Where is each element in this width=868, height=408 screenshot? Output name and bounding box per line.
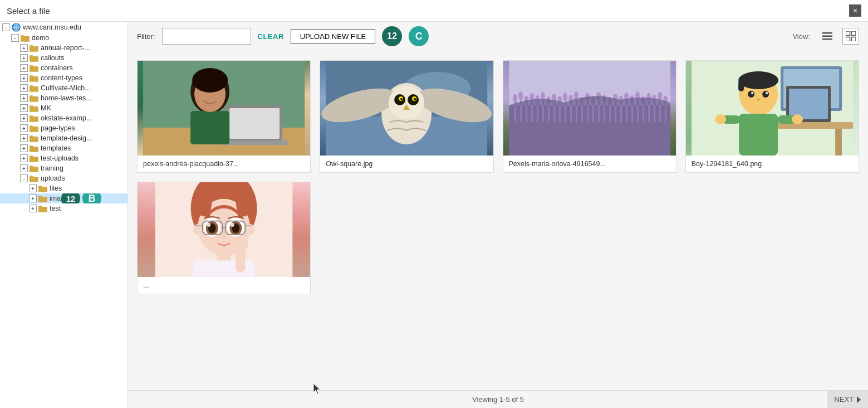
tree-node-template-desig[interactable]: + template-desig... <box>0 133 127 143</box>
file-card-5[interactable]: ... <box>137 182 311 294</box>
svg-rect-51 <box>229 108 279 139</box>
upload-new-file-button[interactable]: UPLOAD NEW FILE <box>291 29 375 44</box>
list-view-button[interactable] <box>819 28 836 45</box>
svg-point-141 <box>762 91 769 98</box>
toolbar: Filter: CLEAR UPLOAD NEW FILE 12 C View: <box>128 22 868 51</box>
folder-icon <box>30 105 38 112</box>
clear-button[interactable]: CLEAR <box>258 32 284 41</box>
tree-toggle-demo[interactable]: - <box>11 34 19 42</box>
filter-input[interactable] <box>162 28 251 45</box>
svg-rect-37 <box>38 196 42 198</box>
svg-point-143 <box>766 92 768 94</box>
svg-rect-82 <box>565 98 566 122</box>
svg-rect-13 <box>30 75 33 77</box>
tree-node-demo[interactable]: - demo <box>0 33 127 43</box>
file-name-4: Boy-1294181_640.png <box>686 156 859 172</box>
svg-rect-9 <box>30 55 33 57</box>
folder-icon <box>30 65 38 72</box>
folder-icon <box>30 45 38 52</box>
tree-toggle-training[interactable]: + <box>20 164 28 172</box>
toolbar-badge-letter: C <box>409 26 429 46</box>
tree-node-training[interactable]: + training <box>0 163 127 173</box>
file-card-2[interactable]: Owl-square.jpg <box>320 60 493 173</box>
file-name-5: ... <box>138 277 310 294</box>
svg-point-110 <box>563 93 567 101</box>
tree-panel: - www.canr.msu.edu - demo <box>0 22 128 408</box>
tree-node-mk[interactable]: + MK <box>0 103 127 113</box>
tree-label-home-laws: home-laws-tes... <box>41 94 92 102</box>
tree-toggle-templates[interactable]: + <box>20 144 28 152</box>
tree-node-templates[interactable]: + templates <box>0 143 127 153</box>
svg-rect-43 <box>846 31 850 36</box>
tree-toggle-annual-report[interactable]: + <box>20 44 28 52</box>
close-button[interactable]: × <box>849 4 861 17</box>
tree-label-test-uploads: test-uploads <box>41 154 79 162</box>
tree-node-images[interactable]: + images 12 B <box>0 193 127 203</box>
folder-icon <box>38 205 47 212</box>
svg-rect-15 <box>30 85 33 88</box>
tree-toggle-test-uploads[interactable]: + <box>20 154 28 162</box>
select-file-dialog: Select a file × - www.canr.msu.edu - <box>0 0 868 408</box>
next-button[interactable]: NEXT <box>827 391 868 408</box>
folder-icon <box>30 95 38 102</box>
tree-toggle-okstate[interactable]: + <box>20 114 28 122</box>
folder-icon <box>38 185 47 192</box>
tree-toggle-files[interactable]: + <box>29 184 37 192</box>
tree-toggle-callouts[interactable]: + <box>20 54 28 62</box>
tree-node-containers[interactable]: + containers <box>0 63 127 73</box>
svg-rect-46 <box>852 37 856 42</box>
folder-icon <box>30 125 38 132</box>
svg-point-56 <box>192 68 228 93</box>
filter-label: Filter: <box>137 32 155 41</box>
file-card-3[interactable]: Pexels-maria-orlova-4916549... <box>503 60 676 173</box>
file-card-4[interactable]: Boy-1294181_640.png <box>685 60 859 173</box>
tree-node-page-types[interactable]: + page-types <box>0 123 127 133</box>
dialog-title: Select a file <box>7 6 50 16</box>
folder-icon <box>30 115 38 122</box>
tree-node-test[interactable]: + test <box>0 203 127 213</box>
tree-label-training: training <box>41 164 63 172</box>
tree-toggle-template-desig[interactable]: + <box>20 134 28 142</box>
svg-rect-153 <box>193 260 255 277</box>
tree-node-files[interactable]: + files <box>0 183 127 193</box>
svg-rect-45 <box>846 37 850 42</box>
tree-toggle-mk[interactable]: + <box>20 104 28 112</box>
dialog-title-bar: Select a file × <box>0 0 868 22</box>
svg-point-140 <box>748 91 754 98</box>
svg-point-102 <box>518 91 523 100</box>
tree-node-uploads[interactable]: - uploads <box>0 173 127 183</box>
tree-label-mk: MK <box>41 104 51 112</box>
tree-node-root[interactable]: - www.canr.msu.edu <box>0 22 127 33</box>
file-name-2: Owl-square.jpg <box>320 156 493 172</box>
svg-rect-21 <box>30 115 33 118</box>
tree-node-cultivate[interactable]: + Cultivate-Mich... <box>0 83 127 93</box>
tree-node-home-laws[interactable]: + home-laws-tes... <box>0 93 127 103</box>
tree-label-demo: demo <box>32 34 49 42</box>
grid-view-button[interactable] <box>842 28 859 45</box>
svg-rect-40 <box>822 32 832 34</box>
file-card-1[interactable]: pexels-andrea-piacquadio-37... <box>137 60 311 173</box>
tree-label-uploads: uploads <box>41 174 65 182</box>
tree-node-okstate[interactable]: + okstate-examp... <box>0 113 127 123</box>
svg-rect-42 <box>822 38 832 40</box>
tree-toggle-test[interactable]: + <box>29 205 37 212</box>
folder-icon <box>30 145 38 152</box>
tree-label-containers: containers <box>41 64 73 72</box>
tree-toggle-page-types[interactable]: + <box>20 124 28 132</box>
svg-rect-72 <box>509 105 670 156</box>
tree-node-callouts[interactable]: + callouts <box>0 53 127 63</box>
tree-toggle-images[interactable]: + <box>29 195 37 202</box>
tree-node-content-types[interactable]: + content-types <box>0 73 127 83</box>
tree-toggle-uploads[interactable]: - <box>20 174 28 182</box>
tree-toggle-content-types[interactable]: + <box>20 74 28 82</box>
tree-toggle-containers[interactable]: + <box>20 64 28 72</box>
tree-label-content-types: content-types <box>41 74 82 82</box>
tree-node-annual-report[interactable]: + annual-report-... <box>0 43 127 53</box>
tree-toggle-root[interactable]: - <box>2 23 10 31</box>
tree-toggle-cultivate[interactable]: + <box>20 84 28 92</box>
file-thumbnail-4 <box>686 61 859 156</box>
svg-rect-35 <box>38 186 42 188</box>
files-grid: pexels-andrea-piacquadio-37... <box>128 51 868 390</box>
tree-node-test-uploads[interactable]: + test-uploads <box>0 153 127 163</box>
tree-toggle-home-laws[interactable]: + <box>20 94 28 102</box>
